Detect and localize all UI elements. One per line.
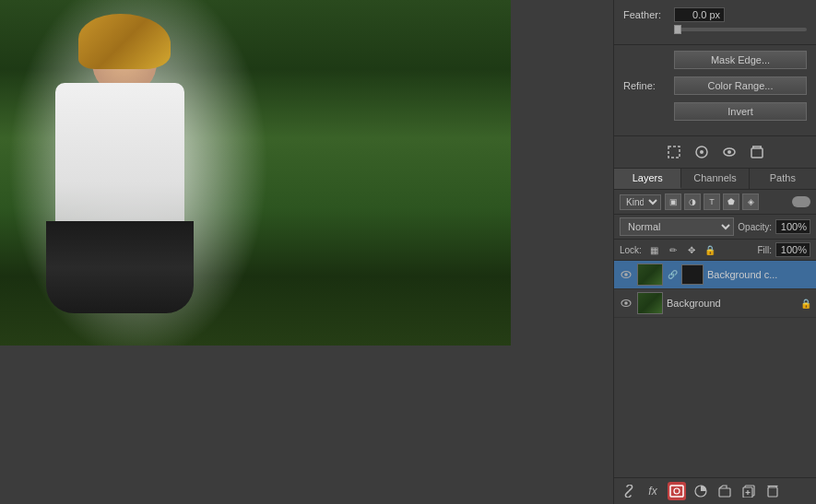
- svg-rect-5: [751, 148, 763, 158]
- type-filter-icon[interactable]: T: [704, 193, 720, 210]
- fill-label: Fill:: [757, 245, 772, 255]
- tab-channels[interactable]: Channels: [681, 169, 749, 189]
- lock-icons: ▦ ✏ ✥ 🔒: [647, 242, 717, 257]
- checkerboard-lock-icon[interactable]: ▦: [647, 242, 662, 257]
- feather-label: Feather:: [623, 9, 674, 20]
- svg-rect-0: [668, 147, 680, 158]
- layers-list: 🔗 Background c... Background 🔒: [614, 261, 816, 477]
- canvas-bottom-area: [0, 346, 511, 504]
- layer-name: Background: [667, 298, 797, 309]
- eye-icon[interactable]: [719, 142, 739, 162]
- toolbar-icons-row: [614, 136, 816, 169]
- position-lock-icon[interactable]: ✥: [684, 242, 699, 257]
- layer-item[interactable]: 🔗 Background c...: [614, 261, 816, 289]
- photo-figure: [37, 18, 221, 332]
- layer-locked-icon: 🔒: [800, 299, 811, 309]
- person-hair: [78, 14, 171, 69]
- group-layers-icon[interactable]: [715, 482, 734, 500]
- canvas-scroll[interactable]: [0, 0, 613, 504]
- feather-value[interactable]: [674, 7, 725, 22]
- add-mask-icon[interactable]: [668, 482, 686, 500]
- canvas-area: [0, 0, 613, 504]
- blend-opacity-row: Normal Dissolve Multiply Screen Overlay …: [614, 215, 816, 240]
- opacity-label: Opacity:: [738, 222, 772, 232]
- layer-filter-row: Kind Name Effect Mode Attribute Color Sm…: [614, 190, 816, 215]
- layer-thumbnail: [637, 292, 663, 314]
- pixel-filter-icon[interactable]: ▣: [665, 193, 681, 210]
- fx-icon[interactable]: fx: [644, 482, 662, 500]
- refine-label: Refine:: [623, 80, 674, 91]
- feather-slider-track[interactable]: [674, 28, 807, 31]
- svg-rect-22: [768, 487, 777, 497]
- invert-button[interactable]: Invert: [674, 102, 807, 121]
- trash-icon[interactable]: [747, 142, 767, 162]
- svg-point-4: [727, 150, 731, 154]
- filter-icons: ▣ ◑ T ⬟ ◈: [665, 193, 759, 210]
- svg-rect-17: [719, 488, 730, 497]
- panel-bottom-toolbar: fx: [614, 477, 816, 504]
- svg-point-2: [700, 150, 704, 154]
- panel-tabs: Layers Channels Paths: [614, 169, 816, 190]
- svg-point-10: [624, 273, 628, 276]
- adjustment-icon[interactable]: [692, 482, 710, 500]
- brush-lock-icon[interactable]: ✏: [666, 242, 680, 257]
- canvas-image: [0, 0, 511, 346]
- lock-row: Lock: ▦ ✏ ✥ 🔒 Fill:: [614, 240, 816, 261]
- svg-rect-14: [670, 486, 683, 497]
- fill-input[interactable]: [775, 242, 810, 257]
- delete-layer-icon[interactable]: [763, 482, 782, 500]
- refine-section: Refine: Mask Edge... Color Range... Inve…: [614, 45, 816, 136]
- all-lock-icon[interactable]: 🔒: [703, 242, 717, 257]
- svg-line-13: [627, 489, 631, 493]
- feather-row: Feather:: [623, 7, 807, 22]
- layer-visibility-icon[interactable]: [619, 267, 633, 282]
- blend-mode-select[interactable]: Normal Dissolve Multiply Screen Overlay: [620, 217, 734, 236]
- color-range-button[interactable]: Color Range...: [674, 76, 807, 95]
- properties-section: Feather:: [614, 0, 816, 45]
- lock-label: Lock:: [620, 245, 642, 255]
- person-skirt: [46, 221, 194, 313]
- layer-name: Background c...: [707, 269, 811, 280]
- layer-item[interactable]: Background 🔒: [614, 289, 816, 318]
- feather-slider-handle[interactable]: [674, 25, 681, 34]
- adj-filter-icon[interactable]: ◑: [684, 193, 701, 210]
- canvas-image-container: [0, 0, 511, 504]
- layer-visibility-icon[interactable]: [619, 296, 633, 311]
- feather-slider-container: [674, 7, 807, 22]
- link-layers-icon[interactable]: [620, 482, 638, 500]
- tab-layers[interactable]: Layers: [614, 169, 681, 189]
- layer-thumbnail: [637, 264, 663, 286]
- shape-filter-icon[interactable]: ⬟: [723, 193, 739, 210]
- feather-slider-row: [623, 28, 807, 31]
- tab-paths[interactable]: Paths: [750, 169, 816, 189]
- selection-rect-icon[interactable]: [664, 142, 684, 162]
- right-panel: Feather: Refine: Mask Edge... Color Rang…: [613, 0, 816, 504]
- filter-toggle[interactable]: [792, 196, 810, 207]
- mask-edge-button[interactable]: Mask Edge...: [674, 51, 807, 69]
- refine-row: Refine: Mask Edge... Color Range... Inve…: [623, 51, 807, 124]
- new-layer-icon[interactable]: [739, 482, 758, 500]
- opacity-input[interactable]: [775, 219, 810, 234]
- kind-select[interactable]: Kind Name Effect Mode Attribute Color Sm…: [620, 194, 661, 210]
- layer-mask-thumbnail: [681, 264, 704, 285]
- target-icon[interactable]: [692, 142, 712, 162]
- svg-point-15: [674, 488, 680, 494]
- fill-section: Fill:: [757, 242, 810, 257]
- layer-link-icon: 🔗: [667, 267, 678, 282]
- smart-filter-icon[interactable]: ◈: [742, 193, 759, 210]
- svg-point-12: [624, 301, 628, 305]
